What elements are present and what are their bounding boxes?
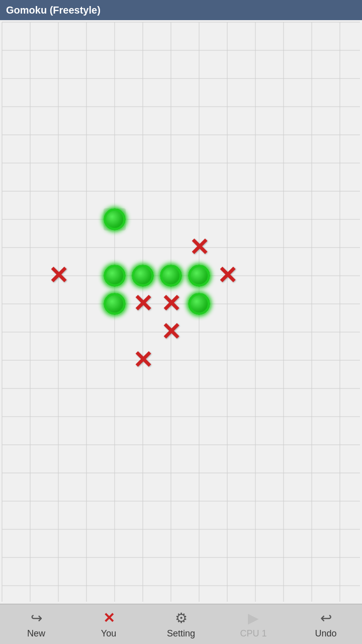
piece-cross: ✕ [132,293,154,315]
new-button[interactable]: ↪ New [0,604,72,645]
toolbar: ↪ New ✕ You ⚙ Setting ▶ CPU 1 ↩ Undo [0,604,362,644]
cpu-button[interactable]: ▶ CPU 1 [217,604,290,645]
piece-circle [188,265,210,287]
setting-button[interactable]: ⚙ Setting [145,604,217,645]
game-board[interactable]: ✕✕✕✕✕✕✕ [0,20,362,604]
new-label: New [27,628,45,639]
piece-circle [132,265,154,287]
piece-circle [188,293,210,315]
piece-cross: ✕ [160,321,182,343]
titlebar: Gomoku (Freestyle) [0,0,362,20]
piece-circle [104,293,126,315]
cpu-label: CPU 1 [240,628,266,639]
you-icon: ✕ [103,610,115,626]
you-button[interactable]: ✕ You [72,604,145,645]
cpu-icon: ▶ [248,610,259,626]
undo-button[interactable]: ↩ Undo [290,604,362,645]
undo-label: Undo [315,628,336,639]
piece-cross: ✕ [188,236,210,259]
you-label: You [101,628,116,639]
new-icon: ↪ [31,610,42,626]
piece-cross: ✕ [160,293,182,315]
piece-cross: ✕ [132,349,154,371]
undo-icon: ↩ [320,610,332,626]
piece-circle [104,208,126,230]
pieces-layer: ✕✕✕✕✕✕✕ [0,20,362,604]
piece-circle [104,265,126,287]
piece-cross: ✕ [47,265,69,287]
gear-icon: ⚙ [175,610,188,626]
app-title: Gomoku (Freestyle) [6,5,101,16]
setting-label: Setting [167,628,195,639]
piece-cross: ✕ [216,265,238,287]
piece-circle [160,265,182,287]
